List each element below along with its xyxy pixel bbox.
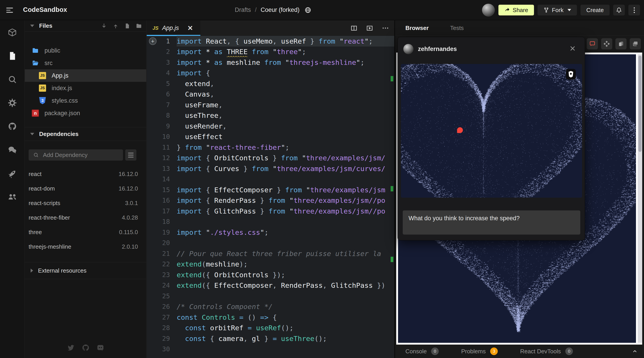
code-line-9[interactable]: 9 useRender, — [147, 121, 394, 132]
code-line-29[interactable]: 29 const { camera, gl } = useThree(); — [147, 333, 394, 344]
github-icon[interactable] — [8, 122, 17, 131]
responsive-mode-button[interactable] — [601, 38, 612, 50]
fork-button[interactable]: Fork — [538, 5, 577, 16]
file-row-src[interactable]: src — [25, 57, 146, 69]
code-line-13[interactable]: 13import { Curves } from "three/examples… — [147, 163, 394, 174]
comments-icon[interactable] — [8, 145, 17, 154]
file-row-public[interactable]: public — [25, 44, 146, 57]
dependency-row-threejs-meshline[interactable]: threejs-meshline2.0.10 — [25, 240, 146, 254]
files-panel-header[interactable]: Files — [25, 20, 146, 32]
share-button[interactable]: Share — [498, 5, 534, 16]
notifications-button[interactable] — [613, 5, 625, 16]
code-line-19[interactable]: 19import "./styles.css"; — [147, 227, 394, 238]
search-icon[interactable] — [8, 75, 17, 84]
code-line-23[interactable]: 23extend({ OrbitControls }); — [147, 270, 394, 280]
deployment-rocket-icon[interactable] — [8, 168, 17, 178]
file-row-index.js[interactable]: JSindex.js — [25, 82, 146, 94]
code-line-6[interactable]: 6 Canvas, — [147, 89, 394, 100]
file-row-App.js[interactable]: JSApp.js — [25, 69, 146, 82]
file-explorer-icon[interactable] — [8, 51, 17, 60]
code-line-26[interactable]: 26/* Controls Compoent */ — [147, 302, 394, 312]
live-collaboration-icon[interactable] — [8, 192, 17, 202]
code-line-28[interactable]: 28 const orbitRef = useRef(); — [147, 323, 394, 334]
line-number: 29 — [147, 335, 177, 342]
fork-caret-icon[interactable] — [568, 9, 571, 11]
code-line-15[interactable]: 15import { EffectComposer } from "three/… — [147, 184, 394, 195]
editor-more-icon[interactable] — [381, 24, 389, 32]
code-line-12[interactable]: 12import { OrbitControls } from "three/e… — [147, 153, 394, 164]
code-line-16[interactable]: 16import { RenderPass } from "three/exam… — [147, 195, 394, 206]
more-menu-button[interactable] — [628, 5, 640, 16]
code-line-24[interactable]: 24extend({ EffectComposer, RenderPass, G… — [147, 280, 394, 291]
tab-appjs[interactable]: JS App.js ✕ — [147, 20, 200, 36]
popup-close-icon[interactable]: ✕ — [570, 45, 576, 52]
code-area[interactable]: 1import React, { useMemo, useRef } from … — [147, 36, 394, 358]
dependency-list-menu-button[interactable] — [125, 149, 136, 160]
code-line-22[interactable]: 22extend(meshline); — [147, 259, 394, 270]
sandbox-info-icon[interactable] — [8, 28, 17, 37]
code-line-11[interactable]: 11} from "react-three-fiber"; — [147, 142, 394, 153]
console-toggle[interactable]: Console 0 — [406, 348, 439, 355]
user-avatar[interactable] — [482, 4, 495, 16]
code-line-20[interactable]: 20 — [147, 238, 394, 248]
split-editor-icon[interactable] — [350, 24, 358, 32]
expand-caret-icon[interactable] — [31, 268, 33, 272]
dependency-row-react-three-fiber[interactable]: react-three-fiber4.0.28 — [25, 210, 146, 225]
comment-pin[interactable] — [457, 127, 463, 133]
dependency-row-react[interactable]: react16.12.0 — [25, 167, 146, 181]
code-line-5[interactable]: 5 extend, — [147, 78, 394, 89]
code-line-18[interactable]: 18 — [147, 216, 394, 227]
code-line-17[interactable]: 17import { GlitchPass } from "three/exam… — [147, 206, 394, 216]
comment-text-box[interactable]: What do you think to increase the speed? — [403, 210, 580, 234]
open-preview-icon[interactable] — [366, 24, 374, 32]
settings-gear-icon[interactable] — [8, 98, 17, 108]
file-row-styles.css[interactable]: 3styles.css — [25, 94, 146, 107]
code-line-30[interactable]: 30 — [147, 344, 394, 355]
code-line-14[interactable]: 14 — [147, 174, 394, 185]
comment-thread-marker[interactable]: + — [149, 37, 156, 45]
dependency-row-react-scripts[interactable]: react-scripts3.0.1 — [25, 196, 146, 210]
tab-browser[interactable]: Browser — [406, 24, 429, 32]
new-window-button[interactable] — [630, 38, 641, 50]
diamonds-icon — [603, 40, 610, 47]
file-row-package.json[interactable]: npackage.json — [25, 107, 146, 120]
upload-file-icon[interactable] — [112, 22, 119, 29]
external-resources-header[interactable]: External resources — [25, 262, 146, 279]
create-button[interactable]: Create — [580, 5, 610, 16]
breadcrumb-current[interactable]: Coeur (forked) — [261, 6, 300, 14]
dependencies-panel-header[interactable]: Dependencies — [25, 127, 146, 141]
tab-tests[interactable]: Tests — [450, 24, 464, 32]
download-sandbox-icon[interactable] — [100, 22, 107, 29]
tab-close-icon[interactable]: ✕ — [188, 25, 193, 32]
device-preview-button[interactable] — [616, 38, 626, 50]
dependency-row-three[interactable]: three0.115.0 — [25, 225, 146, 240]
new-file-icon[interactable] — [124, 22, 130, 29]
collapse-caret-icon[interactable] — [30, 133, 34, 135]
statusbar-expand-chevron[interactable] — [632, 348, 638, 354]
code-line-4[interactable]: 4import { — [147, 68, 394, 78]
preview-toolbar — [587, 38, 641, 50]
twitter-icon[interactable] — [67, 344, 75, 352]
globe-icon[interactable] — [304, 7, 311, 14]
new-folder-icon[interactable] — [136, 22, 142, 29]
add-dependency-input[interactable]: Add Dependency — [28, 149, 123, 160]
code-line-2[interactable]: 2import * as THREE from "three"; — [147, 46, 394, 57]
code-line-25[interactable]: 25 — [147, 291, 394, 302]
code-line-10[interactable]: 10 useEffect — [147, 132, 394, 142]
comment-mode-button[interactable] — [587, 38, 598, 50]
problems-toggle[interactable]: Problems 3 — [461, 348, 498, 355]
menu-hamburger-icon[interactable] — [6, 6, 14, 14]
code-line-3[interactable]: 3import * as meshline from "threejs-mesh… — [147, 57, 394, 68]
code-line-8[interactable]: 8 useThree, — [147, 110, 394, 121]
dependency-row-react-dom[interactable]: react-dom16.12.0 — [25, 181, 146, 196]
code-line-7[interactable]: 7 useFrame, — [147, 100, 394, 110]
breadcrumb-parent[interactable]: Drafts — [235, 6, 251, 14]
github-footer-icon[interactable] — [82, 344, 90, 352]
code-line-27[interactable]: 27const Controls = () => { — [147, 312, 394, 323]
code-line-21[interactable]: 21// Pour que React three friber puisse … — [147, 248, 394, 259]
preview-scrollbar[interactable] — [638, 54, 642, 343]
react-devtools-toggle[interactable]: React DevTools 0 — [520, 348, 573, 355]
discord-icon[interactable] — [96, 344, 104, 352]
code-line-1[interactable]: 1import React, { useMemo, useRef } from … — [147, 36, 394, 46]
collapse-caret-icon[interactable] — [30, 24, 34, 27]
